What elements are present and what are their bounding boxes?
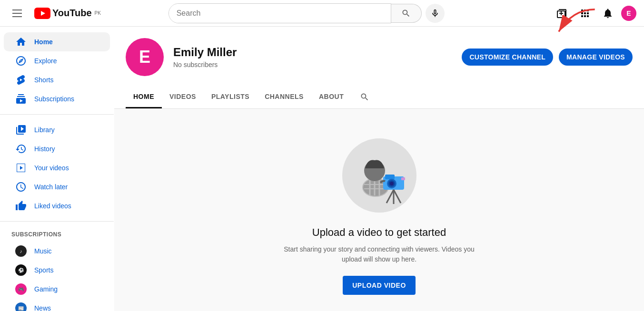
- shorts-icon: [15, 74, 27, 86]
- manage-videos-button[interactable]: MANAGE VIDEOS: [559, 49, 633, 66]
- mic-button[interactable]: [426, 4, 445, 23]
- channel-meta: Emily Miller No subscribers: [173, 46, 452, 68]
- sidebar-item-label: Sports: [34, 266, 53, 274]
- sidebar-item-label: Explore: [34, 57, 57, 65]
- upload-title: Upload a video to get started: [312, 226, 446, 239]
- music-sub-avatar: ♪: [15, 245, 27, 257]
- sidebar-item-label: Gaming: [34, 285, 58, 293]
- hamburger-line: [12, 13, 22, 14]
- channel-body: Upload a video to get started Start shar…: [114, 109, 644, 311]
- bell-icon: [602, 8, 614, 19]
- sidebar-item-sports[interactable]: ⚽ Sports: [4, 261, 110, 280]
- youtube-logo-icon: [34, 8, 50, 19]
- tab-search-icon: [360, 92, 369, 102]
- sidebar-divider-1: [0, 114, 114, 115]
- tab-playlists[interactable]: PLAYLISTS: [204, 86, 257, 108]
- apps-icon: [579, 8, 591, 19]
- sidebar-item-label: Liked videos: [34, 202, 71, 210]
- sidebar-item-library[interactable]: Library: [4, 120, 110, 139]
- hamburger-line: [12, 10, 22, 10]
- sidebar-item-subscriptions[interactable]: Subscriptions: [4, 89, 110, 108]
- library-icon: [15, 124, 27, 136]
- sidebar-item-your-videos[interactable]: Your videos: [4, 158, 110, 177]
- sidebar-item-gaming[interactable]: 🎮 Gaming: [4, 280, 110, 299]
- upload-subtitle: Start sharing your story and connecting …: [279, 244, 479, 264]
- apps-button[interactable]: [575, 4, 594, 23]
- sidebar-item-watch-later[interactable]: Watch later: [4, 177, 110, 196]
- tab-search-button[interactable]: [355, 87, 374, 107]
- search-section: [168, 3, 445, 23]
- watch-later-icon: [15, 181, 27, 193]
- topnav: YouTube PK: [0, 0, 644, 27]
- sidebar-item-label: Shorts: [34, 76, 53, 84]
- upload-video-button[interactable]: UPLOAD VIDEO: [343, 276, 416, 295]
- sidebar-item-label: Your videos: [34, 164, 69, 172]
- channel-name: Emily Miller: [173, 46, 452, 59]
- home-icon: [15, 36, 27, 48]
- customize-channel-button[interactable]: CUSTOMIZE CHANNEL: [462, 49, 553, 66]
- search-icon: [401, 9, 411, 18]
- sidebar-item-home[interactable]: Home: [4, 32, 110, 51]
- topnav-right: E: [553, 4, 636, 23]
- youtube-logo[interactable]: YouTube PK: [34, 8, 101, 19]
- hamburger-line: [12, 16, 22, 17]
- camera-illustration: [341, 137, 417, 214]
- create-button[interactable]: [553, 4, 572, 23]
- sidebar-item-label: Home: [34, 38, 53, 46]
- channel-actions: CUSTOMIZE CHANNEL MANAGE VIDEOS: [462, 49, 633, 66]
- upload-illustration: [341, 137, 417, 215]
- topnav-left: YouTube PK: [8, 4, 112, 23]
- sidebar-item-news[interactable]: 📰 News: [4, 299, 110, 311]
- tab-about[interactable]: ABOUT: [311, 86, 351, 108]
- svg-point-16: [390, 182, 394, 185]
- sidebar-item-label: Subscriptions: [34, 95, 74, 103]
- sidebar-item-label: Music: [34, 247, 52, 255]
- channel-avatar: E: [126, 38, 164, 76]
- youtube-wordmark: YouTube: [52, 8, 92, 19]
- news-sub-avatar: 📰: [15, 302, 27, 311]
- channel-tabs: HOME VIDEOS PLAYLISTS CHANNELS ABOUT: [126, 86, 633, 108]
- sidebar-item-label: History: [34, 145, 55, 153]
- sidebar-item-label: Watch later: [34, 183, 68, 191]
- tab-channels[interactable]: CHANNELS: [257, 86, 311, 108]
- sidebar-item-shorts[interactable]: Shorts: [4, 70, 110, 89]
- liked-videos-icon: [15, 200, 27, 212]
- youtube-pk-badge: PK: [95, 10, 101, 16]
- gaming-sub-avatar: 🎮: [15, 283, 27, 295]
- tab-videos[interactable]: VIDEOS: [162, 86, 204, 108]
- sidebar-item-label: Library: [34, 126, 55, 134]
- sidebar: Home Explore Shorts Subscriptions Librar…: [0, 27, 114, 311]
- user-avatar-button[interactable]: E: [621, 6, 636, 21]
- subscriptions-section-title: SUBSCRIPTIONS: [0, 227, 114, 242]
- search-input-wrap: [168, 3, 391, 23]
- channel-header: E Emily Miller No subscribers CUSTOMIZE …: [114, 27, 644, 109]
- mic-icon: [430, 9, 440, 18]
- sidebar-item-music[interactable]: ♪ Music: [4, 242, 110, 261]
- channel-info: E Emily Miller No subscribers CUSTOMIZE …: [126, 38, 633, 76]
- sidebar-divider-2: [0, 221, 114, 222]
- sidebar-item-explore[interactable]: Explore: [4, 51, 110, 70]
- sidebar-item-liked-videos[interactable]: Liked videos: [4, 196, 110, 215]
- sports-sub-avatar: ⚽: [15, 264, 27, 276]
- sidebar-item-label: News: [34, 304, 51, 311]
- notifications-button[interactable]: [598, 4, 617, 23]
- create-icon: [556, 8, 568, 19]
- search-input[interactable]: [169, 4, 391, 23]
- main-content: E Emily Miller No subscribers CUSTOMIZE …: [114, 27, 644, 311]
- menu-button[interactable]: [8, 4, 27, 23]
- tab-home[interactable]: HOME: [126, 86, 162, 108]
- history-icon: [15, 143, 27, 155]
- sidebar-item-history[interactable]: History: [4, 139, 110, 158]
- explore-icon: [15, 55, 27, 67]
- subscriptions-icon: [15, 93, 27, 105]
- channel-subscribers: No subscribers: [173, 61, 452, 68]
- your-videos-icon: [15, 162, 27, 174]
- search-button[interactable]: [391, 4, 422, 23]
- svg-rect-13: [385, 175, 395, 179]
- svg-rect-20: [401, 177, 405, 180]
